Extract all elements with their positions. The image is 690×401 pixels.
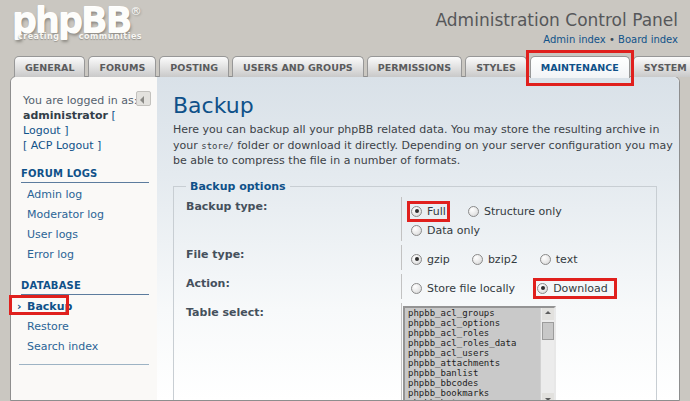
tab-bar: GENERAL FORUMS POSTING USERS AND GROUPS …: [14, 55, 690, 77]
search-index-link[interactable]: Search index: [27, 340, 98, 353]
error-log-link[interactable]: Error log: [27, 248, 74, 261]
links-separator: •: [609, 34, 615, 45]
tab-posting[interactable]: POSTING: [159, 56, 229, 77]
radio-text-label: text: [556, 253, 578, 266]
radio-data-only-label: Data only: [427, 224, 480, 237]
scroll-down-button[interactable]: [542, 393, 554, 400]
tab-styles[interactable]: STYLES: [465, 56, 527, 77]
backup-type-label: Backup type:: [186, 195, 401, 243]
left-triangle-icon: [140, 96, 144, 104]
radio-option-gzip[interactable]: gzip: [411, 253, 450, 266]
section-title-forum-logs: FORUM LOGS: [21, 168, 149, 183]
list-item[interactable]: phpbb_bbcodes: [405, 378, 540, 388]
listbox-scrollbar[interactable]: [540, 308, 554, 400]
radio-full-label: Full: [427, 205, 446, 218]
moderator-log-link[interactable]: Moderator log: [27, 208, 104, 221]
tab-forums[interactable]: FORUMS: [88, 56, 156, 77]
list-item[interactable]: phpbb_bookmarks: [405, 388, 540, 398]
table-select-label: Table select:: [186, 301, 401, 400]
tab-maintenance-label: MAINTENANCE: [541, 62, 619, 73]
sidebar-item-moderator-log[interactable]: Moderator log: [19, 205, 149, 225]
list-item[interactable]: phpbb_bots: [405, 398, 540, 400]
radio-gzip[interactable]: [411, 254, 422, 265]
action-label: Action:: [186, 272, 401, 301]
radio-option-data-only[interactable]: Data only: [411, 224, 480, 237]
down-triangle-icon: [545, 398, 551, 400]
sidebar-item-error-log[interactable]: Error log: [19, 245, 149, 265]
main-panel: You are logged in as: administrator [ Lo…: [10, 76, 680, 401]
list-item[interactable]: phpbb_acl_roles: [405, 328, 540, 338]
user-logs-link[interactable]: User logs: [27, 228, 78, 241]
radio-data-only[interactable]: [411, 225, 422, 236]
sidebar-item-search-index[interactable]: Search index: [19, 337, 149, 357]
file-type-row: File type: gzip bzip2 text: [186, 243, 644, 272]
tab-general[interactable]: GENERAL: [14, 56, 85, 77]
list-item[interactable]: phpbb_acl_options: [405, 318, 540, 328]
login-status: You are logged in as: administrator [ Lo…: [19, 93, 149, 153]
scroll-up-button[interactable]: [542, 308, 554, 320]
radio-structure-only-label: Structure only: [484, 205, 562, 218]
radio-store-file-locally-label: Store file locally: [427, 282, 515, 295]
tab-maintenance[interactable]: MAINTENANCE: [530, 56, 630, 78]
radio-store-file-locally[interactable]: [411, 283, 422, 294]
list-item[interactable]: phpbb_acl_groups: [405, 308, 540, 318]
content-area: Backup Here you can backup all your phpB…: [157, 77, 679, 400]
radio-bzip2[interactable]: [472, 254, 483, 265]
logged-in-label: You are logged in as:: [23, 94, 137, 107]
sidebar-item-restore[interactable]: Restore: [19, 317, 149, 337]
radio-bzip2-label: bzip2: [488, 253, 518, 266]
radio-gzip-label: gzip: [427, 253, 450, 266]
table-select-listbox[interactable]: phpbb_acl_groups phpbb_acl_options phpbb…: [403, 306, 556, 400]
username: administrator: [23, 109, 108, 122]
tab-users-and-groups[interactable]: USERS AND GROUPS: [232, 56, 364, 77]
header-links: Admin index • Board index: [435, 34, 678, 45]
sidebar-section-database: DATABASE › Backup Restore Search index: [19, 280, 149, 365]
tab-permissions[interactable]: PERMISSIONS: [367, 56, 462, 77]
registered-mark: ®: [130, 5, 141, 18]
logo-tagline: creating communities: [18, 32, 142, 41]
list-item[interactable]: phpbb_attachments: [405, 358, 540, 368]
restore-link[interactable]: Restore: [27, 320, 69, 333]
phpbb-logo: phpBB® creating communities: [12, 4, 142, 41]
list-item[interactable]: phpbb_acl_roles_data: [405, 338, 540, 348]
file-type-label: File type:: [186, 243, 401, 272]
content-description: Here you can backup all your phpBB relat…: [173, 122, 678, 169]
board-index-link[interactable]: Board index: [618, 34, 678, 45]
backup-options-fieldset: Backup options Backup type: Full Structu…: [173, 180, 657, 400]
sidebar-item-backup[interactable]: › Backup: [19, 297, 149, 317]
sidebar: You are logged in as: administrator [ Lo…: [11, 77, 157, 400]
sidebar-section-forum-logs: FORUM LOGS Admin log Moderator log User …: [19, 168, 149, 265]
radio-option-structure-only[interactable]: Structure only: [468, 205, 562, 218]
admin-log-link[interactable]: Admin log: [27, 188, 82, 201]
list-item[interactable]: phpbb_banlist: [405, 368, 540, 378]
radio-option-bzip2[interactable]: bzip2: [472, 253, 518, 266]
radio-full[interactable]: [411, 206, 422, 217]
description-text-after: folder or download it directly. Dependin…: [173, 139, 673, 168]
acp-logout-link[interactable]: [ ACP Logout ]: [23, 139, 101, 152]
admin-index-link[interactable]: Admin index: [543, 34, 605, 45]
page-title: Administration Control Panel: [435, 10, 678, 30]
sidebar-item-admin-log[interactable]: Admin log: [19, 185, 149, 205]
scrollbar-thumb[interactable]: [542, 322, 554, 340]
backup-type-row: Backup type: Full Structure only Data on…: [186, 195, 644, 243]
sidebar-item-user-logs[interactable]: User logs: [19, 225, 149, 245]
active-arrow-icon: ›: [17, 299, 22, 315]
action-row: Action: Store file locally Download: [186, 272, 644, 301]
radio-structure-only[interactable]: [468, 206, 479, 217]
backup-link[interactable]: Backup: [27, 300, 72, 313]
list-item[interactable]: phpbb_acl_users: [405, 348, 540, 358]
table-select-row: Table select: phpbb_acl_groups phpbb_acl…: [186, 301, 644, 400]
store-folder-code: store/: [201, 141, 234, 151]
radio-option-download[interactable]: Download: [537, 282, 608, 295]
radio-option-full[interactable]: Full: [411, 205, 446, 218]
radio-option-store-file-locally[interactable]: Store file locally: [411, 282, 515, 295]
sidebar-collapse-button[interactable]: [136, 91, 151, 106]
tab-system[interactable]: SYSTEM: [633, 56, 690, 77]
up-triangle-icon: [545, 311, 551, 314]
radio-download[interactable]: [537, 283, 548, 294]
content-title: Backup: [173, 93, 663, 118]
radio-text[interactable]: [540, 254, 551, 265]
radio-download-label: Download: [553, 282, 608, 295]
radio-option-text[interactable]: text: [540, 253, 578, 266]
section-title-database: DATABASE: [21, 280, 149, 295]
